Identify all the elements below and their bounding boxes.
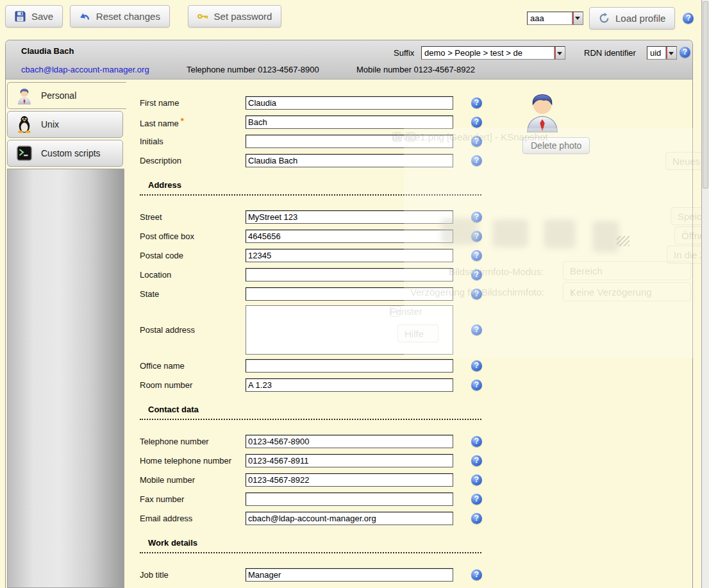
load-profile-label: Load profile <box>615 13 665 24</box>
reset-changes-button[interactable]: Reset changes <box>70 5 170 28</box>
set-password-button[interactable]: Set password <box>188 5 282 28</box>
required-marker: * <box>181 116 184 126</box>
first-name-input[interactable] <box>246 96 453 110</box>
postal-code-input[interactable] <box>246 249 453 262</box>
state-input[interactable] <box>246 287 453 301</box>
delete-photo-button[interactable]: Delete photo <box>522 137 590 154</box>
postal-address-textarea[interactable] <box>246 305 453 355</box>
help-icon[interactable]: ? <box>471 136 482 147</box>
form-row-location: Location? <box>140 265 692 284</box>
field-label: First name <box>140 98 246 108</box>
terminal-icon <box>16 146 33 161</box>
header-mobile: Mobile number 0123-4567-8922 <box>356 65 475 74</box>
field-label-text: Location <box>140 270 171 280</box>
field-label: Postal address <box>140 325 246 335</box>
personal-form: First name?Last name*?Initials?Descripti… <box>127 79 692 584</box>
help-icon[interactable]: ? <box>471 436 482 447</box>
form-row-initials: Initials? <box>140 131 692 151</box>
dropdown-arrow-icon <box>554 47 565 59</box>
form-row-room-number: Room number? <box>140 375 692 394</box>
help-icon[interactable]: ? <box>680 47 690 58</box>
form-row-post-office-box: Post office box? <box>140 226 692 246</box>
email-address-input[interactable] <box>246 512 453 525</box>
help-icon[interactable]: ? <box>471 269 482 280</box>
name-fields-group: First name?Last name*?Initials?Descripti… <box>140 93 692 170</box>
section-title: Contact data <box>148 405 199 414</box>
tux-icon <box>16 115 33 133</box>
street-input[interactable] <box>246 210 453 224</box>
help-icon[interactable]: ? <box>471 212 482 223</box>
last-name-input[interactable] <box>246 115 453 129</box>
field-label-text: State <box>140 289 159 299</box>
help-icon[interactable]: ? <box>471 250 482 261</box>
save-button[interactable]: Save <box>5 5 63 28</box>
home-telephone-number-input[interactable] <box>246 454 453 467</box>
tab-unix[interactable]: Unix <box>7 111 123 138</box>
help-icon[interactable]: ? <box>471 117 482 128</box>
reset-label: Reset changes <box>96 11 160 22</box>
help-icon[interactable]: ? <box>683 13 694 24</box>
field-label: Office name <box>140 361 246 371</box>
help-icon[interactable]: ? <box>471 231 482 242</box>
help-icon[interactable]: ? <box>471 360 482 371</box>
job-title-input[interactable] <box>246 568 453 582</box>
field-label-text: Job title <box>140 570 169 580</box>
tab-label: Custom scripts <box>41 148 101 158</box>
field-label-text: Postal address <box>140 325 195 335</box>
help-icon[interactable]: ? <box>471 289 482 299</box>
refresh-icon <box>599 13 610 24</box>
field-label: Email address <box>140 514 246 523</box>
help-icon[interactable]: ? <box>471 380 482 391</box>
field-label: Postal code <box>140 251 246 260</box>
field-label-text: Mobile number <box>140 475 195 485</box>
help-icon[interactable]: ? <box>471 475 482 485</box>
rdn-identifier-select[interactable]: uid <box>647 46 677 60</box>
field-label-text: Initials <box>140 137 163 146</box>
load-profile-button[interactable]: Load profile <box>589 7 675 29</box>
tab-label: Personal <box>41 90 76 101</box>
help-icon[interactable]: ? <box>471 455 482 466</box>
office-name-input[interactable] <box>246 359 453 373</box>
help-icon[interactable]: ? <box>471 494 482 505</box>
form-row-job-title: Job title? <box>140 565 692 584</box>
field-label: Description <box>140 156 246 165</box>
undo-icon <box>79 11 90 22</box>
help-icon[interactable]: ? <box>471 513 482 524</box>
room-number-input[interactable] <box>246 378 453 392</box>
tab-personal[interactable]: Personal <box>7 82 126 109</box>
location-input[interactable] <box>246 268 453 281</box>
field-label-text: Email address <box>140 514 192 523</box>
mobile-number-input[interactable] <box>246 473 453 487</box>
help-icon[interactable]: ? <box>471 324 482 335</box>
telephone-number-input[interactable] <box>246 435 453 448</box>
field-label-text: Description <box>140 156 181 165</box>
tab-custom-scripts[interactable]: Custom scripts <box>7 140 123 167</box>
suffix-select[interactable]: demo > People > test > de <box>421 46 565 60</box>
profile-select-value: aaa <box>528 12 572 24</box>
form-row-street: Street? <box>140 207 692 226</box>
description-input[interactable] <box>246 154 453 167</box>
initials-input[interactable] <box>246 135 453 148</box>
form-row-office-name: Office name? <box>140 356 692 375</box>
rdn-identifier-label: RDN identifier <box>584 48 636 58</box>
field-label-text: Room number <box>140 380 192 390</box>
field-label-text: Street <box>140 212 162 222</box>
help-icon[interactable]: ? <box>471 97 482 108</box>
section-title: Address <box>148 180 181 190</box>
field-label: Telephone number <box>140 437 246 446</box>
account-header: Claudia Bach Suffix demo > People > test… <box>6 40 692 80</box>
profile-select[interactable]: aaa <box>527 12 583 25</box>
vertical-scrollbar[interactable] <box>701 0 709 588</box>
field-label-text: Home telephone number <box>140 456 231 466</box>
top-toolbar: Save Reset changes Set password aaa Load… <box>5 5 709 31</box>
form-row-fax-number: Fax number? <box>140 489 692 508</box>
post-office-box-input[interactable] <box>246 230 453 243</box>
form-row-email-address: Email address? <box>140 508 692 528</box>
help-icon[interactable]: ? <box>471 569 482 580</box>
account-edit-card: Claudia Bach Suffix demo > People > test… <box>5 40 693 588</box>
field-label: State <box>140 289 246 299</box>
scrollbar-thumb[interactable] <box>703 1 708 189</box>
fax-number-input[interactable] <box>246 492 453 506</box>
email-link[interactable]: cbach@ldap-account-manager.org <box>21 65 149 74</box>
help-icon[interactable]: ? <box>471 155 482 166</box>
